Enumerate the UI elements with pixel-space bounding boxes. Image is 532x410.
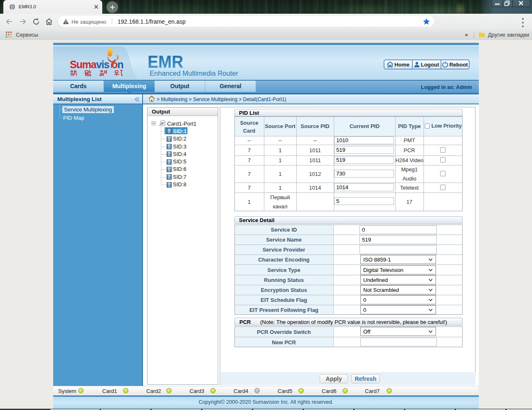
svg-text:Enhanced Multimedia Router: Enhanced Multimedia Router — [150, 70, 239, 77]
svg-text:EMR: EMR — [148, 52, 183, 72]
